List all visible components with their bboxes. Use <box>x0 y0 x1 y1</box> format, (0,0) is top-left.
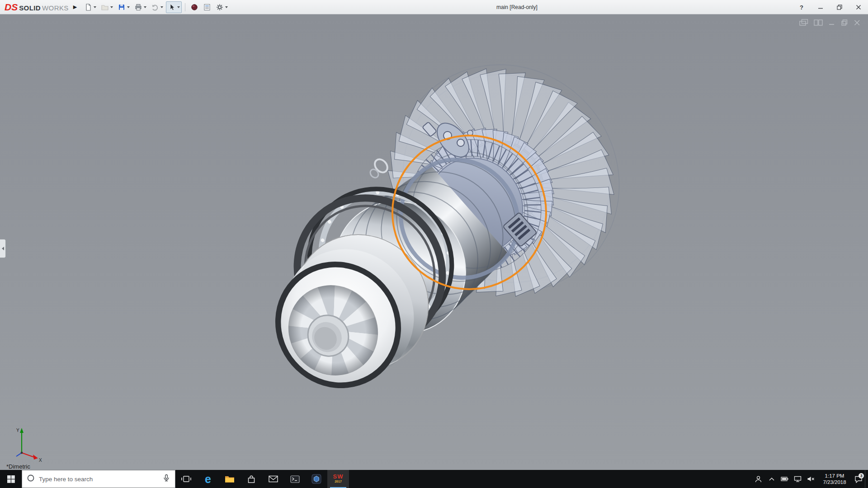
restore-icon <box>837 5 842 10</box>
command-prompt-button[interactable] <box>284 470 306 488</box>
appearance-sphere-icon <box>190 3 198 11</box>
dropdown-caret <box>160 6 163 8</box>
expand-toolbar-button[interactable]: ▶ <box>73 4 77 10</box>
triad-x-label: X <box>39 458 42 463</box>
windows-logo-icon <box>7 475 15 483</box>
ds-logo-mark: DS <box>5 3 18 12</box>
doc-close-button[interactable] <box>854 19 861 28</box>
store-bag-icon <box>247 475 256 483</box>
taskbar: e SW 2017 <box>0 470 868 488</box>
dropdown-caret <box>110 6 113 8</box>
tray-time: 1:17 PM <box>825 473 844 479</box>
minimize-icon <box>818 5 823 10</box>
undo-arrow-icon <box>151 3 159 11</box>
print-button[interactable] <box>132 1 148 13</box>
microphone-icon[interactable] <box>162 474 170 484</box>
save-floppy-icon <box>118 3 126 11</box>
chevron-up-icon <box>769 477 775 481</box>
settings-gear-icon <box>216 3 224 11</box>
tray-date: 7/23/2018 <box>823 479 846 485</box>
solidworks-window: DS SOLIDWORKS ▶ <box>0 0 868 488</box>
solidworks-app-icon: SW 2017 <box>333 474 344 484</box>
printer-icon <box>134 3 142 11</box>
triad-y-label: Y <box>16 428 19 433</box>
viewport-3d[interactable]: Y X *Dimetric <box>0 14 868 470</box>
orientation-triad[interactable]: Y X <box>6 425 44 464</box>
view-orientation-label: *Dimetric <box>6 463 30 470</box>
doc-minimize-button[interactable] <box>828 19 835 28</box>
people-icon <box>755 475 762 483</box>
mail-button[interactable] <box>262 470 284 488</box>
task-view-button[interactable] <box>175 470 197 488</box>
doc-tile-button[interactable] <box>814 19 823 28</box>
battery-button[interactable] <box>778 470 791 488</box>
doc-minimize-icon <box>828 19 835 27</box>
appearance-button[interactable] <box>189 1 200 13</box>
flyout-arrow-icon <box>2 247 4 250</box>
dropdown-caret <box>225 6 228 8</box>
command-prompt-icon <box>290 475 300 483</box>
doc-restore-button[interactable] <box>841 19 848 28</box>
tile-windows-icon <box>814 19 823 27</box>
options-list-icon <box>203 3 211 11</box>
task-view-icon <box>181 475 191 483</box>
mail-envelope-icon <box>269 475 278 483</box>
search-input[interactable] <box>39 476 158 483</box>
cortana-icon[interactable] <box>27 474 35 484</box>
battery-icon <box>781 476 789 482</box>
dropdown-caret <box>144 6 146 8</box>
solidworks-taskbar-button[interactable]: SW 2017 <box>327 470 349 488</box>
dropdown-caret <box>94 6 96 8</box>
document-title: main [Read-only] <box>496 0 538 14</box>
hexagon-app-icon <box>311 474 321 484</box>
open-folder-icon <box>101 3 109 11</box>
quick-access-toolbar <box>82 1 230 13</box>
action-center-button[interactable]: 3 <box>852 470 865 488</box>
window-controls: ? <box>792 0 868 14</box>
network-ethernet-icon <box>794 476 802 482</box>
select-button[interactable] <box>166 1 182 13</box>
solidworks-logo: DS SOLIDWORKS <box>5 3 69 12</box>
doc-cascade-button[interactable] <box>799 19 808 28</box>
save-button[interactable] <box>116 1 132 13</box>
hidden-icons-button[interactable] <box>765 470 778 488</box>
show-desktop-button[interactable] <box>865 470 868 488</box>
dropdown-caret <box>127 6 130 8</box>
help-button[interactable]: ? <box>792 0 811 14</box>
undo-button[interactable] <box>149 1 165 13</box>
minimize-button[interactable] <box>811 0 830 14</box>
volume-button[interactable] <box>804 470 817 488</box>
close-icon <box>856 5 861 10</box>
doc-restore-icon <box>841 19 848 27</box>
start-button[interactable] <box>0 470 22 488</box>
edge-browser-button[interactable]: e <box>197 470 219 488</box>
system-tray: 1:17 PM 7/23/2018 3 <box>752 470 868 488</box>
cascade-windows-icon <box>799 19 808 27</box>
open-button[interactable] <box>99 1 115 13</box>
toolbar-separator <box>185 3 185 11</box>
people-button[interactable] <box>752 470 765 488</box>
new-document-icon <box>84 3 92 11</box>
volume-muted-icon <box>807 476 815 482</box>
hexagon-app-button[interactable] <box>306 470 327 488</box>
left-panel-flyout-tab[interactable] <box>0 239 6 258</box>
network-button[interactable] <box>791 470 804 488</box>
document-window-controls <box>799 19 861 28</box>
doc-close-icon <box>854 19 861 27</box>
file-explorer-icon <box>225 475 235 483</box>
dropdown-caret <box>177 6 180 8</box>
file-explorer-button[interactable] <box>219 470 241 488</box>
close-button[interactable] <box>849 0 868 14</box>
options-list-button[interactable] <box>201 1 213 13</box>
store-button[interactable] <box>241 470 262 488</box>
notification-badge: 3 <box>859 473 864 479</box>
new-document-button[interactable] <box>82 1 98 13</box>
engine-3d-model[interactable] <box>0 14 868 470</box>
edge-icon: e <box>205 474 211 485</box>
titlebar: DS SOLIDWORKS ▶ <box>0 0 868 14</box>
select-cursor-icon <box>168 3 176 11</box>
maximize-restore-button[interactable] <box>830 0 849 14</box>
settings-button[interactable] <box>214 1 230 13</box>
taskbar-search[interactable] <box>22 470 175 488</box>
clock[interactable]: 1:17 PM 7/23/2018 <box>817 470 852 488</box>
